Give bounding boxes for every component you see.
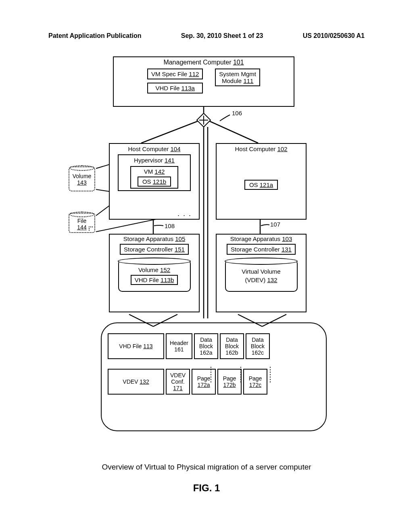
os-121b-box: OS 121b — [138, 177, 171, 187]
figure-label: FIG. 1 — [0, 482, 413, 494]
data-block-162a: DataBlock162a — [194, 333, 218, 359]
svg-line-2 — [141, 121, 198, 143]
data-block-162c: DataBlock162c — [246, 333, 270, 359]
figure-caption: Overview of Virtual to Physical migratio… — [0, 463, 413, 472]
storage103-title: Storage Apparatus 103 — [230, 235, 292, 242]
vhd-file-a-box: VHD File 113a — [147, 83, 203, 94]
page-172c: Page172c — [243, 369, 267, 395]
host102-title: Host Computer 102 — [235, 145, 287, 152]
vm-spec-file-box: VM Spec File 112 — [147, 69, 203, 79]
management-computer-box: Management Computer 101 VM Spec File 112… — [113, 56, 294, 107]
virtual-volume-132-cylinder: Virtual Volume (VDEV) 132 — [225, 260, 298, 292]
header-mid: Sep. 30, 2010 Sheet 1 of 23 — [181, 32, 263, 39]
vdev-conf-171: VDEVConf.171 — [166, 369, 190, 395]
page-172a: Page172a — [192, 369, 216, 395]
header-left: Patent Application Publication — [48, 32, 142, 39]
vdev-row: VDEV 132 VDEVConf.171 Page172a Page172b … — [108, 369, 320, 395]
page-header: Patent Application Publication Sep. 30, … — [0, 0, 413, 39]
header-161-cell: Header161 — [166, 333, 192, 359]
mgmt-title: Management Computer 101 — [163, 59, 244, 66]
system-mgmt-module-box: System Mgmt Module 111 — [215, 69, 260, 86]
page-172b: Page172b — [217, 369, 242, 395]
svg-line-3 — [209, 121, 258, 143]
vhd-file-113-label: VHD File 113 — [108, 333, 164, 359]
diagram-area: Management Computer 101 VM Spec File 112… — [69, 56, 351, 435]
host104-title: Host Computer 104 — [128, 145, 180, 152]
vm-box: VM 142 OS 121b — [130, 166, 178, 189]
network-node-icon — [196, 113, 211, 128]
file-144-callout: File 144 — [69, 213, 95, 233]
volume-152-cylinder: Volume 152 VHD File 113b — [118, 260, 191, 292]
vhd-file-row: VHD File 113 Header161 DataBlock162a Dat… — [108, 333, 320, 359]
volume-143-callout: Volume 143 — [69, 166, 95, 191]
storage105-title: Storage Apparatus 105 — [123, 235, 185, 242]
os-121a-box: OS 121a — [244, 180, 278, 190]
vdev-132-label: VDEV 132 — [108, 369, 164, 395]
bottom-callout-box: VHD File 113 Header161 DataBlock162a Dat… — [101, 322, 327, 431]
hypervisor-box: Hypervisor 141 VM 142 OS 121b — [118, 154, 191, 191]
host-computer-104-box: Host Computer 104 Hypervisor 141 VM 142 … — [109, 143, 200, 220]
storage-apparatus-105-box: Storage Apparatus 105 Storage Controller… — [109, 234, 200, 312]
host-computer-102-box: Host Computer 102 OS 121a — [216, 143, 307, 220]
storage-controller-131: Storage Controller 131 — [227, 244, 296, 255]
ref-106: 106 — [232, 110, 242, 116]
ref-108: 108 — [165, 222, 175, 229]
storage-controller-151: Storage Controller 151 — [120, 244, 189, 255]
vhd-file-113b: VHD File 113b — [131, 275, 178, 285]
storage-apparatus-103-box: Storage Apparatus 103 Storage Controller… — [216, 234, 307, 312]
ellipsis-dots: . . . — [177, 210, 192, 218]
header-right: US 2010/0250630 A1 — [303, 32, 365, 39]
data-block-162b: DataBlock162b — [220, 333, 244, 359]
ref-107: 107 — [270, 221, 280, 228]
